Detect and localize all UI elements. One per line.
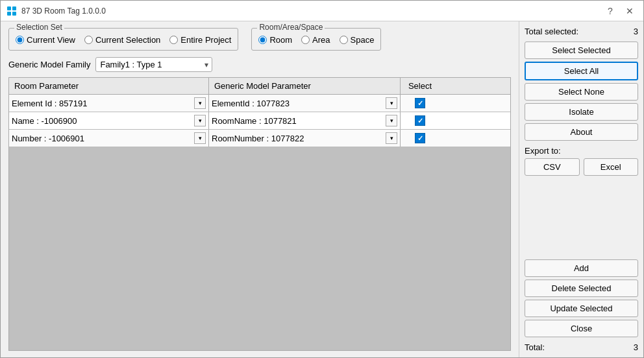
parameter-table: Room Parameter Generic Model Parameter S… — [8, 77, 511, 351]
td-select-2 — [401, 130, 440, 147]
svg-rect-3 — [12, 12, 16, 16]
room-param-dropdown-1[interactable]: ▾ — [194, 115, 206, 126]
radio-entire-project[interactable]: Entire Project — [169, 35, 231, 45]
radio-area[interactable]: Area — [301, 35, 330, 45]
select-checkbox-2[interactable] — [415, 133, 425, 143]
table-header: Room Parameter Generic Model Parameter S… — [9, 78, 510, 95]
close-button[interactable]: Close — [525, 320, 638, 337]
bottom-total-label: Total: — [525, 342, 545, 352]
about-button[interactable]: About — [525, 123, 638, 141]
room-param-text-0: Element Id : 857191 — [12, 99, 193, 108]
td-room-param-1: Name : -1006900 ▾ — [9, 112, 209, 129]
radio-space-input[interactable] — [340, 36, 348, 44]
radio-current-view[interactable]: Current View — [16, 35, 75, 45]
radio-current-view-input[interactable] — [16, 36, 24, 44]
help-button[interactable]: ? — [602, 4, 619, 18]
radio-current-selection[interactable]: Current Selection — [84, 35, 160, 45]
export-label: Export to: — [525, 146, 638, 156]
table-body: Element Id : 857191 ▾ ElementId : 107782… — [9, 95, 510, 147]
th-select: Select — [401, 78, 440, 94]
select-checkbox-1[interactable] — [415, 115, 425, 126]
export-section: Export to: CSV Excel — [525, 146, 638, 176]
right-panel: Total selected: 3 Select Selected Select… — [519, 21, 643, 357]
app-icon — [6, 5, 18, 17]
update-selected-button[interactable]: Update Selected — [525, 300, 638, 317]
room-param-text-1: Name : -1006900 — [12, 116, 193, 126]
selection-set-label: Selection Set — [14, 23, 64, 32]
isolate-button[interactable]: Isolate — [525, 103, 638, 121]
table-row: Name : -1006900 ▾ RoomName : 1077821 ▾ — [9, 112, 510, 130]
total-selected-label: Total selected: — [525, 27, 578, 36]
svg-rect-1 — [12, 6, 16, 10]
td-generic-param-2: RoomNumber : 1077822 ▾ — [209, 130, 401, 147]
radio-current-selection-label: Current Selection — [95, 35, 160, 45]
td-select-0 — [401, 95, 440, 112]
select-none-button[interactable]: Select None — [525, 83, 638, 101]
generic-param-text-2: RoomNumber : 1077822 — [212, 134, 384, 143]
td-room-param-2: Number : -1006901 ▾ — [9, 130, 209, 147]
generic-param-dropdown-0[interactable]: ▾ — [386, 97, 397, 109]
title-bar: 87 3D Room Tag 1.0.0.0 ? ✕ — [1, 1, 643, 21]
radio-space-label: Space — [351, 35, 375, 45]
content-area: Selection Set Current View Current Selec… — [1, 21, 643, 357]
radio-area-label: Area — [312, 35, 330, 45]
spacer — [525, 178, 638, 257]
th-generic-model-parameter: Generic Model Parameter — [209, 78, 401, 94]
bottom-total-value: 3 — [634, 342, 638, 352]
td-select-1 — [401, 112, 440, 129]
room-param-text-2: Number : -1006901 — [12, 134, 193, 143]
add-button[interactable]: Add — [525, 259, 638, 277]
radio-area-input[interactable] — [301, 36, 310, 44]
radio-current-selection-input[interactable] — [84, 36, 93, 44]
svg-rect-2 — [7, 12, 11, 16]
td-generic-param-0: ElementId : 1077823 ▾ — [209, 95, 401, 112]
room-param-dropdown-2[interactable]: ▾ — [194, 132, 206, 144]
room-param-dropdown-0[interactable]: ▾ — [194, 97, 206, 109]
export-row: CSV Excel — [525, 158, 638, 176]
delete-selected-button[interactable]: Delete Selected — [525, 280, 638, 297]
table-row: Element Id : 857191 ▾ ElementId : 107782… — [9, 95, 510, 112]
radio-entire-project-input[interactable] — [169, 36, 178, 44]
generic-param-dropdown-2[interactable]: ▾ — [386, 132, 397, 144]
select-all-button[interactable]: Select All — [525, 62, 638, 80]
radio-room[interactable]: Room — [258, 35, 292, 45]
select-selected-button[interactable]: Select Selected — [525, 42, 638, 59]
main-panel: Selection Set Current View Current Selec… — [1, 21, 519, 357]
csv-button[interactable]: CSV — [525, 158, 580, 176]
td-generic-param-1: RoomName : 1077821 ▾ — [209, 112, 401, 129]
family-select[interactable]: Family1 : Type 1 — [95, 57, 212, 72]
excel-button[interactable]: Excel — [584, 158, 639, 176]
select-checkbox-0[interactable] — [415, 98, 425, 108]
room-area-space-label: Room/Area/Space — [257, 23, 325, 32]
family-row: Generic Model Family Family1 : Type 1 — [8, 57, 511, 72]
window-controls: ? ✕ — [602, 4, 638, 18]
radio-room-input[interactable] — [258, 36, 267, 44]
radio-current-view-label: Current View — [27, 35, 75, 45]
td-room-param-0: Element Id : 857191 ▾ — [9, 95, 209, 112]
family-label: Generic Model Family — [8, 60, 90, 69]
generic-param-dropdown-1[interactable]: ▾ — [386, 115, 397, 126]
th-room-parameter: Room Parameter — [9, 78, 209, 94]
close-window-button[interactable]: ✕ — [621, 4, 638, 18]
selection-set-box: Selection Set Current View Current Selec… — [8, 28, 238, 51]
family-select-wrapper: Family1 : Type 1 — [95, 57, 212, 72]
total-selected-row: Total selected: 3 — [525, 27, 638, 36]
radio-space[interactable]: Space — [340, 35, 375, 45]
room-area-space-box: Room/Area/Space Room Area Space — [251, 28, 381, 51]
bottom-total-row: Total: 3 — [525, 342, 638, 352]
selection-set-options: Current View Current Selection Entire Pr… — [16, 35, 231, 45]
radio-entire-project-label: Entire Project — [180, 35, 231, 45]
top-sections: Selection Set Current View Current Selec… — [8, 28, 511, 51]
generic-param-text-0: ElementId : 1077823 — [212, 99, 384, 108]
main-window: 87 3D Room Tag 1.0.0.0 ? ✕ Selection Set… — [0, 0, 644, 358]
svg-rect-0 — [7, 6, 11, 10]
generic-param-text-1: RoomName : 1077821 — [212, 116, 384, 126]
window-title: 87 3D Room Tag 1.0.0.0 — [21, 6, 602, 16]
table-row: Number : -1006901 ▾ RoomNumber : 1077822… — [9, 130, 510, 147]
radio-room-label: Room — [269, 35, 292, 45]
room-area-space-options: Room Area Space — [258, 35, 374, 45]
total-selected-value: 3 — [634, 27, 638, 36]
